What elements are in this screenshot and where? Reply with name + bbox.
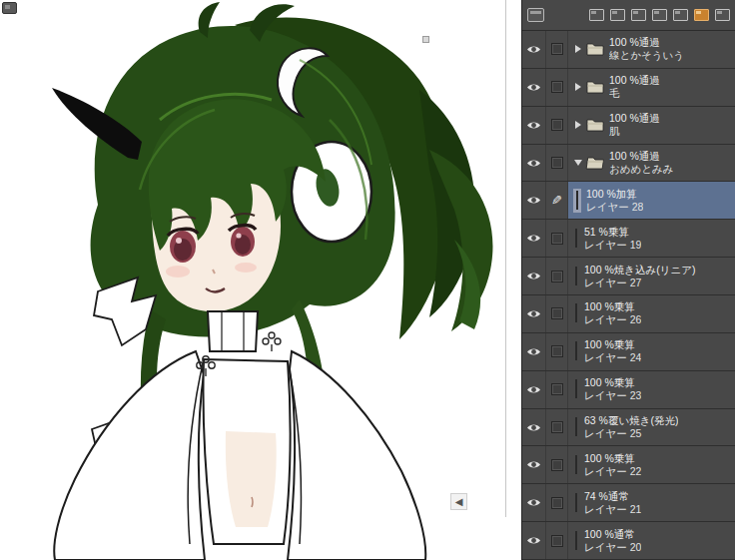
layer-checkbox-cell[interactable]: ✎ (546, 446, 568, 483)
layer-thumbnail[interactable] (575, 417, 577, 436)
canvas-area[interactable]: ◀ (0, 0, 521, 560)
visibility-toggle[interactable] (522, 107, 546, 144)
layer-thumbnail[interactable] (575, 229, 577, 248)
visibility-toggle[interactable] (522, 145, 546, 182)
scroll-left-arrow-icon[interactable]: ◀ (450, 493, 467, 510)
layer-row-content[interactable]: 63 %覆い焼き(発光) レイヤー 25 (568, 409, 735, 446)
layer-thumbnail[interactable] (575, 493, 577, 512)
palette-dock-icon[interactable] (527, 8, 544, 22)
layer-thumbnail[interactable] (575, 531, 577, 550)
layer-text: 51 %乗算 レイヤー 19 (584, 226, 641, 252)
layer-row-content[interactable]: 100 %乗算 レイヤー 24 (568, 333, 735, 370)
layer-thumbnail[interactable] (575, 341, 577, 360)
layer-row[interactable]: ✎ 100 %焼き込み(リニア) レイヤー 27 (522, 258, 735, 295)
layer-name: レイヤー 20 (584, 541, 641, 554)
layer-row[interactable]: ✎ 100 %乗算 レイヤー 23 (522, 371, 735, 409)
artwork-illustration[interactable] (0, 0, 521, 560)
visibility-toggle[interactable] (522, 31, 546, 68)
expand-arrow-icon[interactable] (574, 160, 582, 166)
layer-checkbox-cell[interactable]: ✎ (546, 107, 568, 144)
layer-thumbnail-wrap (573, 189, 581, 213)
layer-checkbox-cell[interactable]: ✎ (546, 182, 568, 219)
layer-row-content[interactable]: 100 %乗算 レイヤー 23 (568, 371, 735, 408)
layer-checkbox-cell[interactable]: ✎ (546, 333, 568, 370)
eye-icon (526, 233, 541, 244)
visibility-toggle[interactable] (522, 258, 546, 294)
layer-checkbox-cell[interactable]: ✎ (546, 145, 568, 182)
active-panel-icon[interactable] (694, 9, 709, 21)
layer-checkbox-cell[interactable]: ✎ (546, 409, 568, 446)
layer-row[interactable]: ✎ 100 %乗算 レイヤー 24 (522, 333, 735, 371)
folder-row-content[interactable]: 100 %通過 毛 (568, 69, 735, 106)
layer-row-content[interactable]: 100 %通常 レイヤー 20 (568, 522, 735, 559)
float-all-panels-icon[interactable] (610, 9, 625, 21)
layer-checkbox-cell[interactable]: ✎ (546, 295, 568, 332)
folder-row-content[interactable]: 100 %通過 おめめとみみ (568, 145, 735, 182)
layer-name: レイヤー 23 (584, 389, 641, 402)
layer-checkbox-cell[interactable]: ✎ (546, 484, 568, 521)
folder-icon (586, 42, 604, 56)
layer-row-content[interactable]: 74 %通常 レイヤー 21 (568, 484, 735, 521)
expand-arrow-icon[interactable] (575, 83, 581, 91)
layer-thumbnail[interactable] (575, 267, 577, 285)
layer-thumbnail-wrap (573, 492, 579, 514)
visibility-toggle[interactable] (522, 522, 546, 559)
layer-row[interactable]: ✎ 63 %覆い焼き(発光) レイヤー 25 (522, 409, 735, 447)
expand-arrow-icon[interactable] (575, 45, 581, 53)
layer-row[interactable]: ✎ 100 %乗算 レイヤー 22 (522, 446, 735, 484)
layer-checkbox-cell[interactable]: ✎ (546, 258, 568, 294)
layer-thumbnail[interactable] (575, 379, 577, 398)
layer-row-content[interactable]: 100 %乗算 レイヤー 22 (568, 446, 735, 483)
layer-checkbox-cell[interactable]: ✎ (546, 371, 568, 408)
visibility-toggle[interactable] (522, 69, 546, 106)
layer-checkbox-cell[interactable]: ✎ (546, 69, 568, 106)
layer-text: 63 %覆い焼き(発光) レイヤー 25 (584, 414, 678, 440)
layer-blend: 100 %乗算 (584, 452, 641, 465)
checkbox-icon (551, 43, 563, 55)
visibility-toggle[interactable] (522, 446, 546, 483)
visibility-toggle[interactable] (522, 333, 546, 370)
visibility-toggle[interactable] (522, 182, 546, 219)
eye-icon (526, 422, 541, 433)
layer-row[interactable]: ✎ 100 %通常 レイヤー 20 (522, 522, 735, 560)
dock-panel-icon[interactable] (631, 9, 646, 21)
layer-checkbox-cell[interactable]: ✎ (546, 31, 568, 68)
layer-name: レイヤー 21 (584, 503, 641, 516)
add-panel-icon[interactable] (652, 9, 667, 21)
layer-thumbnail[interactable] (576, 191, 578, 210)
visibility-toggle[interactable] (522, 409, 546, 446)
folder-row-content[interactable]: 100 %通過 肌 (568, 107, 735, 144)
eye-icon (526, 44, 541, 55)
layer-thumbnail[interactable] (575, 303, 577, 322)
layer-row-content[interactable]: 100 %焼き込み(リニア) レイヤー 27 (568, 258, 735, 294)
layer-folder-row[interactable]: ✎ 100 %通過 肌 (522, 107, 735, 145)
merge-panel-icon[interactable] (673, 9, 688, 21)
layer-checkbox-cell[interactable]: ✎ (546, 522, 568, 559)
visibility-toggle[interactable] (522, 295, 546, 332)
layer-row[interactable]: ✎ 100 %乗算 レイヤー 26 (522, 295, 735, 333)
layer-list: ✎ 100 %通過 線とかそういう ✎ (522, 31, 735, 560)
layer-row[interactable]: ✎ 74 %通常 レイヤー 21 (522, 484, 735, 522)
eye-icon (526, 308, 541, 319)
visibility-toggle[interactable] (522, 371, 546, 408)
layer-checkbox-cell[interactable]: ✎ (546, 220, 568, 257)
visibility-toggle[interactable] (522, 220, 546, 257)
layer-row-content[interactable]: 51 %乗算 レイヤー 19 (568, 220, 735, 257)
panel-menu-icon[interactable] (715, 9, 730, 21)
layer-folder-row[interactable]: ✎ 100 %通過 おめめとみみ (522, 145, 735, 183)
layer-name: レイヤー 24 (584, 351, 641, 364)
layer-row-content[interactable]: 100 %乗算 レイヤー 26 (568, 295, 735, 332)
layer-row[interactable]: ✎ 100 %加算 レイヤー 28 (522, 182, 735, 220)
layer-name: レイヤー 26 (584, 313, 641, 326)
visibility-toggle[interactable] (522, 484, 546, 521)
layer-row[interactable]: ✎ 51 %乗算 レイヤー 19 (522, 220, 735, 258)
layer-folder-row[interactable]: ✎ 100 %通過 毛 (522, 69, 735, 107)
layer-thumbnail[interactable] (575, 455, 577, 474)
folder-row-content[interactable]: 100 %通過 線とかそういう (568, 31, 735, 68)
layer-text: 100 %乗算 レイヤー 26 (584, 300, 641, 326)
expand-arrow-icon[interactable] (575, 121, 581, 129)
float-panel-icon[interactable] (589, 9, 604, 21)
layer-folder-row[interactable]: ✎ 100 %通過 線とかそういう (522, 31, 735, 69)
layer-row-content[interactable]: 100 %加算 レイヤー 28 (568, 182, 735, 219)
corner-toolbar-icon[interactable] (2, 2, 17, 14)
